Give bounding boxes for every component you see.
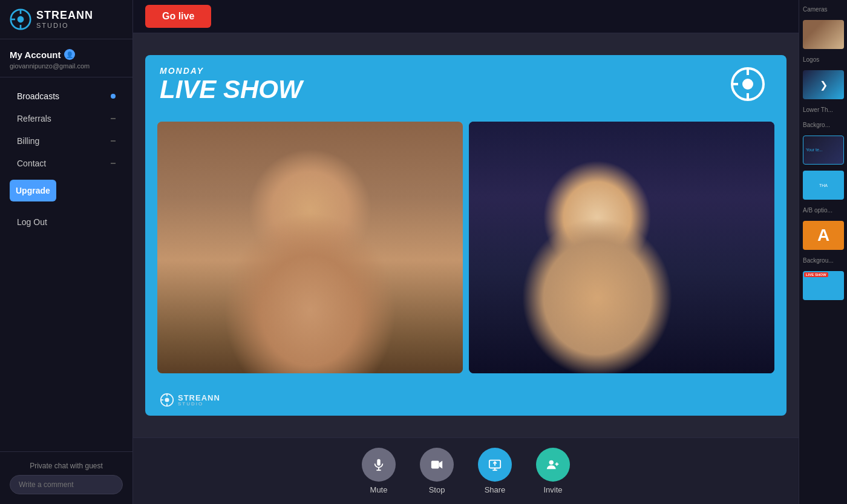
microphone-icon bbox=[372, 458, 385, 471]
watermark-streann: STREANN bbox=[178, 394, 220, 402]
sidebar-item-billing[interactable]: Billing bbox=[5, 130, 128, 152]
streann-logo-icon bbox=[10, 8, 31, 30]
stop-icon bbox=[420, 448, 454, 482]
camera-stop-icon bbox=[430, 458, 443, 471]
invite-icon bbox=[536, 448, 570, 482]
cameras-section-label: Cameras bbox=[803, 5, 843, 14]
mute-icon bbox=[362, 448, 396, 482]
broadcasts-dot-icon bbox=[111, 94, 116, 99]
referrals-label: Referrals bbox=[17, 114, 51, 123]
stop-label: Stop bbox=[429, 485, 445, 494]
billing-label: Billing bbox=[17, 136, 39, 146]
lower-third-text-2: THA bbox=[818, 182, 829, 189]
account-title[interactable]: My Account 👤 bbox=[10, 49, 123, 60]
ab-thumbnail[interactable]: A bbox=[803, 221, 844, 250]
logout-label: Log Out bbox=[17, 217, 47, 227]
background-section-label: Backgro... bbox=[803, 120, 843, 129]
background2-section-label: Backgrou... bbox=[803, 256, 843, 265]
right-panel: Cameras Logos ❯ Lower Th... Backgro... Y… bbox=[799, 0, 847, 504]
camera-feed-left bbox=[157, 122, 463, 373]
invite-label: Invite bbox=[543, 485, 562, 494]
svg-point-24 bbox=[549, 460, 554, 465]
live-stage: MONDAY LIVE SHOW bbox=[145, 55, 786, 416]
svg-point-1 bbox=[18, 16, 24, 23]
lower-third-section-label: Lower Th... bbox=[803, 105, 843, 114]
private-chat-section: Private chat with guest bbox=[0, 451, 132, 504]
main-content: Go live MONDAY LIVE SHOW bbox=[133, 0, 799, 504]
ab-options-section-label: A/B optio... bbox=[803, 206, 843, 215]
lower-third-text: Your te... bbox=[806, 148, 823, 152]
share-button[interactable]: Share bbox=[478, 448, 512, 494]
contact-dash-icon bbox=[111, 163, 116, 164]
svg-point-11 bbox=[165, 398, 169, 402]
video-area: MONDAY LIVE SHOW bbox=[133, 33, 799, 437]
camera-feed-right bbox=[469, 122, 774, 373]
sidebar-item-logout[interactable]: Log Out bbox=[5, 211, 128, 233]
streann-stage-logo-icon bbox=[724, 66, 772, 102]
account-label: My Account bbox=[10, 50, 60, 60]
sidebar-item-broadcasts[interactable]: Broadcasts bbox=[5, 85, 128, 107]
stage-logo bbox=[724, 66, 772, 105]
share-icon bbox=[478, 448, 512, 482]
svg-rect-18 bbox=[431, 461, 439, 469]
upgrade-button[interactable]: Upgrade bbox=[10, 180, 56, 201]
logo-thumbnail[interactable]: ❯ bbox=[803, 70, 844, 99]
account-email: giovannipunzo@gmail.com bbox=[10, 62, 123, 70]
lower-third-thumbnail-2[interactable]: THA bbox=[803, 171, 844, 200]
invite-button[interactable]: Invite bbox=[536, 448, 570, 494]
cameras-grid bbox=[157, 122, 774, 373]
watermark-studio: STUDIO bbox=[178, 402, 220, 407]
controls-bar: Mute Stop Share bbox=[133, 437, 799, 504]
person-right-video bbox=[469, 122, 774, 373]
lower-third-thumbnail[interactable]: Your te... bbox=[803, 136, 844, 165]
stage-day: MONDAY bbox=[160, 66, 772, 76]
screen-share-icon bbox=[488, 458, 502, 471]
chevron-right-icon: ❯ bbox=[820, 79, 828, 91]
watermark-logo-icon bbox=[160, 393, 174, 407]
sidebar-item-referrals[interactable]: Referrals bbox=[5, 108, 128, 129]
person-left-video bbox=[157, 122, 463, 373]
broadcasts-label: Broadcasts bbox=[17, 91, 59, 101]
comment-input[interactable] bbox=[10, 475, 123, 494]
logo-text: STREANN STUDIO bbox=[36, 10, 93, 29]
mute-label: Mute bbox=[370, 485, 388, 494]
logos-section-label: Logos bbox=[803, 55, 843, 64]
background-thumbnail[interactable]: LIVE SHOW bbox=[803, 271, 844, 300]
user-icon: 👤 bbox=[64, 49, 75, 60]
stage-watermark: STREANN STUDIO bbox=[160, 393, 220, 407]
sidebar-item-contact[interactable]: Contact bbox=[5, 152, 128, 174]
private-chat-label: Private chat with guest bbox=[10, 462, 123, 470]
svg-point-6 bbox=[742, 79, 753, 90]
ab-letter: A bbox=[817, 226, 829, 245]
go-live-button[interactable]: Go live bbox=[145, 5, 211, 28]
stage-header: MONDAY LIVE SHOW bbox=[145, 55, 786, 110]
add-user-icon bbox=[546, 458, 560, 471]
referrals-dash-icon bbox=[111, 118, 116, 119]
logo-studio: STUDIO bbox=[36, 22, 93, 29]
sidebar: STREANN STUDIO My Account 👤 giovannipunz… bbox=[0, 0, 133, 504]
mute-button[interactable]: Mute bbox=[362, 448, 396, 494]
billing-dash-icon bbox=[111, 140, 116, 142]
live-badge: LIVE SHOW bbox=[804, 272, 828, 277]
top-bar: Go live bbox=[133, 0, 799, 33]
sidebar-logo: STREANN STUDIO bbox=[0, 0, 132, 39]
stage-title: LIVE SHOW bbox=[160, 76, 772, 103]
svg-rect-15 bbox=[377, 459, 381, 466]
contact-label: Contact bbox=[17, 159, 46, 168]
sidebar-account: My Account 👤 giovannipunzo@gmail.com bbox=[0, 39, 132, 77]
logo-streann: STREANN bbox=[36, 10, 93, 22]
svg-marker-19 bbox=[439, 461, 443, 469]
share-label: Share bbox=[485, 485, 506, 494]
camera-thumbnail[interactable] bbox=[803, 20, 844, 49]
sidebar-nav: Broadcasts Referrals Billing Contact Upg… bbox=[0, 77, 132, 451]
watermark-text: STREANN STUDIO bbox=[178, 394, 220, 407]
stop-button[interactable]: Stop bbox=[420, 448, 454, 494]
